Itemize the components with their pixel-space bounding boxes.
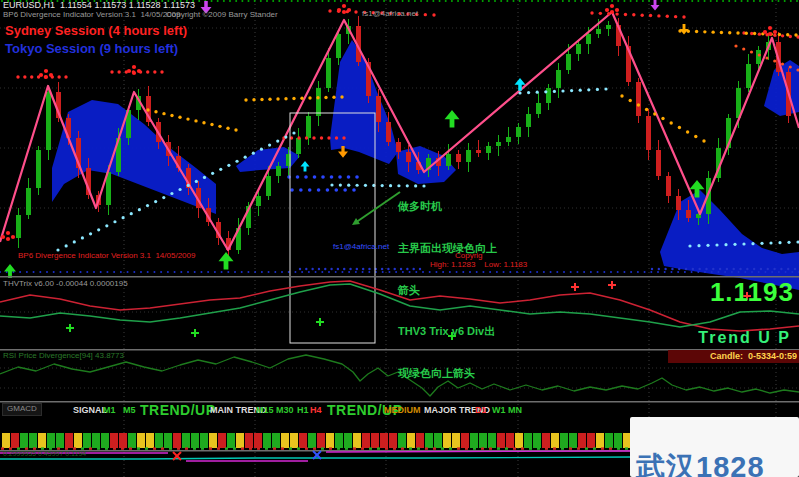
author-email-label: fs1@4africa.net — [362, 10, 418, 19]
tf-m15: M15 — [256, 405, 274, 415]
signal-label: SIGNAL — [73, 405, 107, 415]
bottom-indicator-lines — [0, 451, 632, 461]
tf-mn: MN — [508, 405, 522, 415]
bottom-indicator-label: 0.2999935 0.45997 0.1194 — [3, 450, 86, 458]
annotation-line: THV3 Trix v6 Div出 — [398, 325, 497, 343]
tf-m30: M30 — [276, 405, 294, 415]
annotation-line: 现绿色向上箭头 — [398, 367, 497, 385]
watermark-line1: 武汉1828 — [636, 452, 799, 477]
trend-up-label: Trend U P — [698, 329, 791, 347]
copyright-label: Copyright ©2009 Barry Stander — [166, 11, 278, 20]
annotation-line: 箭头 — [398, 284, 497, 302]
tf-h1: H1 — [297, 405, 309, 415]
signal-trend-value: TREND/UP — [140, 402, 216, 418]
chinese-annotation: 做多时机 主界面出现绿色向上 箭头 THV3 Trix v6 Div出 现绿色向… — [398, 176, 497, 409]
tokyo-session-label: Tokyo Session (9 hours left) — [5, 42, 178, 56]
indicator-version-label: BP6 Divergence Indicator Version 3.1 14/… — [3, 11, 180, 20]
annotation-line: 做多时机 — [398, 200, 497, 218]
rsi-indicator-label: RSI Price Divergence[94] 43.8773 — [3, 352, 124, 361]
candle-countdown-badge: Candle: 0-5334-0:59 — [668, 350, 799, 363]
mt4-chart-window: EURUSD,H1 1.11554 1.11573 1.11528 1.1157… — [0, 0, 799, 477]
gmacd-indicator-label: GMACD — [2, 403, 42, 416]
tf-d1: D1 — [475, 405, 487, 415]
email-overlay: fs1@4africa.net — [333, 243, 389, 252]
tf-m5: M5 — [123, 405, 136, 415]
annotation-line: 主界面出现绿色向上 — [398, 242, 497, 260]
tf-m1: M1 — [103, 405, 116, 415]
watermark-box: 武汉1828 whl828.com — [630, 417, 799, 477]
medium-label: MEDIUM — [384, 405, 421, 415]
thvtrix-indicator-label: THVTrix v6.00 -0.00044 0.0000195 — [3, 280, 128, 289]
tf-w1: W1 — [492, 405, 506, 415]
current-price-display: 1.1193 — [710, 278, 794, 307]
bp6-overlay-label: BP6 Divergence Indicator Version 3.1 14/… — [18, 252, 195, 261]
tf-h4: H4 — [310, 405, 322, 415]
sydney-session-label: Sydney Session (4 hours left) — [5, 24, 187, 38]
